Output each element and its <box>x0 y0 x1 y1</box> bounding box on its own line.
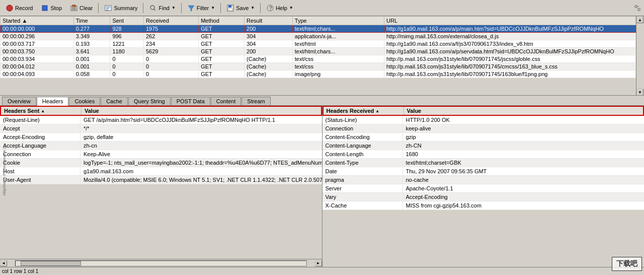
tab-post-data[interactable]: POST Data <box>171 97 210 105</box>
tab-cookies[interactable]: Cookies <box>69 97 100 105</box>
top-scrollbar[interactable]: ▲ ▼ <box>636 16 644 96</box>
headers-sent-row[interactable]: User-AgentMozilla/4.0 (compatible; MSIE … <box>0 176 322 184</box>
find-dropdown-arrow: ▼ <box>172 6 176 10</box>
header-received-name: Content-Type <box>323 159 403 167</box>
tab-content[interactable]: Content <box>211 97 242 105</box>
headers-received-row[interactable]: VaryAccept-Encoding <box>323 193 645 201</box>
col-header-method[interactable]: Method <box>199 17 245 25</box>
detail-area: Headers Sent ▲ Value (Request-Line)GET /… <box>0 106 644 267</box>
headers-received-col-value[interactable]: Value <box>404 107 643 115</box>
stop-button[interactable]: Stop <box>37 2 65 15</box>
headers-received-row[interactable]: Content-Typetext/html;charset=GBK <box>323 159 645 167</box>
headers-sent-rows: (Request-Line)GET /a/p/main.htm?sid=UBDC… <box>0 116 322 184</box>
headers-received-row[interactable]: Content-Encodinggzip <box>323 133 645 142</box>
headers-received-row[interactable]: DateThu, 29 Nov 2007 09:56:35 GMT <box>323 167 645 176</box>
col-header-sent[interactable]: Sent <box>110 17 144 25</box>
headers-sent-row[interactable]: (Request-Line)GET /a/p/main.htm?sid=UBDC… <box>0 116 322 124</box>
headers-sent-col-value[interactable]: Value <box>82 107 321 115</box>
window-resize-button[interactable] <box>633 2 642 15</box>
svg-marker-13 <box>188 6 194 11</box>
table-cell: 1180 <box>110 48 144 55</box>
toolbar-separator-4 <box>220 3 221 13</box>
hscroll-left-arrow[interactable]: ◄ <box>0 260 7 266</box>
table-row[interactable]: 00:00:03.7170.1931221234GET304text/htmlh… <box>1 40 636 48</box>
help-button[interactable]: ? Help ▼ <box>263 2 297 15</box>
stop-icon <box>41 4 49 12</box>
table-cell: text/html;chars... <box>292 48 384 55</box>
toolbar-separator-3 <box>181 3 182 13</box>
headers-received-rows: (Status-Line)HTTP/1.0 200 OKConnectionke… <box>323 116 645 210</box>
col-header-result[interactable]: Result <box>245 17 293 25</box>
header-received-value: HTTP/1.0 200 OK <box>403 116 645 124</box>
table-cell: 0.001 <box>73 63 110 71</box>
tab-query-string[interactable]: Query String <box>128 97 171 105</box>
table-row[interactable]: 00:00:04.0120.00100GET(Cache)text/csshtt… <box>1 63 636 71</box>
header-received-name: Date <box>323 167 403 175</box>
tab-headers[interactable]: Headers <box>37 97 69 106</box>
col-header-received[interactable]: Received <box>143 17 198 25</box>
headers-received-header: Headers Received ▲ Value <box>323 106 645 116</box>
headers-received-row[interactable]: (Status-Line)HTTP/1.0 200 OK <box>323 116 645 124</box>
header-sent-value: gzip, deflate <box>80 133 322 141</box>
headers-sent-row[interactable]: CookielogType=-1; nts_mail_user=mayingba… <box>0 159 322 167</box>
col-header-type[interactable]: Type <box>292 17 384 25</box>
clear-button[interactable]: Clear <box>66 2 96 15</box>
header-received-value: 1680 <box>403 150 645 158</box>
hscroll-right-arrow[interactable]: ► <box>315 260 322 266</box>
save-button[interactable]: Save ▼ <box>223 2 258 15</box>
table-row[interactable]: 00:00:03.9340.00100GET(Cache)text/csshtt… <box>1 55 636 63</box>
headers-sent-row[interactable]: Hostg1a90.mail.163.com <box>0 167 322 176</box>
table-cell: http://p.mail.163.com/js31style/lib/0709… <box>384 63 636 71</box>
col-header-started[interactable]: Started ▲ <box>1 17 74 25</box>
headers-received-row[interactable]: X-CacheMISS from cgi-gzip54.163.com <box>323 201 645 210</box>
table-row[interactable]: 00:00:00.2963.349996262GET304application… <box>1 33 636 40</box>
headers-sent-sort-asc: ▲ <box>41 109 45 113</box>
left-hscroll[interactable]: ◄ ► <box>0 259 322 267</box>
find-button[interactable]: Find ▼ <box>145 2 179 15</box>
header-received-name: Connection <box>323 124 403 132</box>
col-header-url[interactable]: URL <box>384 17 636 25</box>
header-sent-name: Connection <box>0 150 80 158</box>
headers-sent-col-name[interactable]: Headers Sent ▲ <box>1 107 82 115</box>
table-row[interactable]: 00:00:03.7503.64111805629GET200text/html… <box>1 48 636 55</box>
table-cell: 00:00:03.717 <box>1 40 74 48</box>
table-cell: 0 <box>143 55 198 63</box>
filter-button[interactable]: Filter ▼ <box>184 2 218 15</box>
table-cell: 0 <box>143 71 198 78</box>
header-received-value: text/html;charset=GBK <box>403 159 645 167</box>
table-cell: (Cache) <box>245 55 293 63</box>
hscroll-track[interactable] <box>15 260 307 266</box>
scroll-up-arrow[interactable]: ▲ <box>636 16 643 23</box>
svg-rect-15 <box>228 5 231 8</box>
headers-received-row[interactable]: ServerApache-Coyote/1.1 <box>323 184 645 193</box>
headers-received-row[interactable]: pragmano-cache <box>323 176 645 184</box>
hscroll-thumb[interactable] <box>21 261 81 266</box>
col-header-time[interactable]: Time <box>73 17 110 25</box>
header-sent-value: GET /a/p/main.htm?sid=UBDCcOJJDknBulMFzS… <box>80 116 322 124</box>
headers-sent-row[interactable]: ConnectionKeep-Alive <box>0 150 322 159</box>
summary-button[interactable]: Summary <box>101 2 141 15</box>
help-icon: ? <box>266 4 274 12</box>
headers-received-row[interactable]: Content-Length1680 <box>323 150 645 159</box>
record-button[interactable]: Record <box>2 2 36 15</box>
header-received-value: zh-CN <box>403 142 645 150</box>
logo-watermark: 下载吧 <box>612 257 642 271</box>
save-dropdown-arrow: ▼ <box>251 6 255 10</box>
tab-cache[interactable]: Cache <box>101 97 128 105</box>
header-received-value: Accept-Encoding <box>403 193 645 201</box>
header-received-value: keep-alive <box>403 124 645 132</box>
headers-received-row[interactable]: Connectionkeep-alive <box>323 124 645 133</box>
headers-sent-row[interactable]: Accept*/* <box>0 124 322 133</box>
tab-stream[interactable]: Stream <box>242 97 270 105</box>
scroll-down-arrow[interactable]: ▼ <box>636 89 643 96</box>
headers-received-row[interactable]: Content-Languagezh-CN <box>323 142 645 150</box>
table-row[interactable]: 00:00:04.0930.05800GET(Cache)image/pnght… <box>1 71 636 78</box>
headers-sent-row[interactable]: Accept-Encodinggzip, deflate <box>0 133 322 142</box>
table-row[interactable]: 00:00:00.0000.2779281975GET200text/html;… <box>1 25 636 33</box>
table-cell: text/css <box>292 55 384 63</box>
headers-received-col-name[interactable]: Headers Received ▲ <box>324 107 404 115</box>
filter-label: Filter <box>197 5 209 11</box>
header-sent-name: Cookie <box>0 159 80 167</box>
headers-sent-row[interactable]: Accept-Languagezh-cn <box>0 142 322 150</box>
clear-label: Clear <box>79 5 93 11</box>
